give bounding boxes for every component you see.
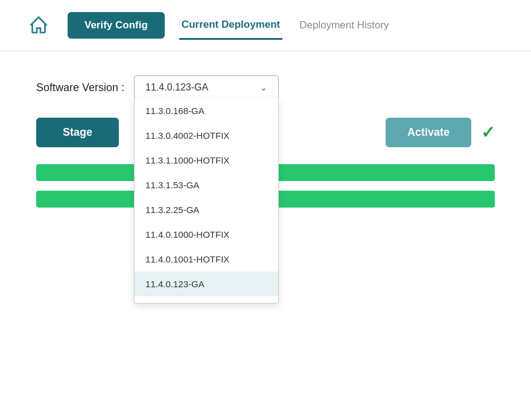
version-dropdown-wrapper: 11.4.0.123-GA ⌄ 11.3.0.168-GA 11.3.0.400… [134,75,279,100]
dropdown-option-5[interactable]: 11.4.0.1000-HOTFIX [135,222,278,247]
dropdown-option-8[interactable]: 11.4.0.7000-HOTFIX [135,296,278,304]
stage-button[interactable]: Stage [36,118,119,147]
progress-bar-left-1 [36,164,145,181]
main-content: Software Version : 11.4.0.123-GA ⌄ 11.3.… [0,51,531,241]
progress-bar-left-2 [36,191,145,208]
success-checkmark-icon: ✓ [481,122,495,142]
tab-current-deployment[interactable]: Current Deployment [179,11,282,40]
dropdown-option-7[interactable]: 11.4.0.123-GA [135,272,278,296]
dropdown-option-3[interactable]: 11.3.1.53-GA [135,173,278,197]
version-dropdown-list[interactable]: 11.3.0.168-GA 11.3.0.4002-HOTFIX 11.3.1.… [134,98,279,304]
dropdown-option-6[interactable]: 11.4.0.1001-HOTFIX [135,247,278,272]
dropdown-option-0[interactable]: 11.3.0.168-GA [135,98,278,123]
home-icon [28,14,49,36]
home-button[interactable] [24,11,53,40]
header: Verify Config Current Deployment Deploym… [0,0,531,51]
dropdown-option-1[interactable]: 11.3.0.4002-HOTFIX [135,123,278,148]
software-version-label: Software Version : [36,81,124,94]
tab-deployment-history[interactable]: Deployment History [297,12,391,39]
dropdown-option-4[interactable]: 11.3.2.25-GA [135,197,278,222]
activate-button[interactable]: Activate [386,118,471,147]
selected-version-text: 11.4.0.123-GA [145,82,208,93]
version-dropdown[interactable]: 11.4.0.123-GA ⌄ [134,75,279,100]
software-version-row: Software Version : 11.4.0.123-GA ⌄ 11.3.… [36,75,495,100]
dropdown-option-2[interactable]: 11.3.1.1000-HOTFIX [135,148,278,173]
verify-config-button[interactable]: Verify Config [68,12,165,39]
chevron-down-icon: ⌄ [260,83,267,92]
